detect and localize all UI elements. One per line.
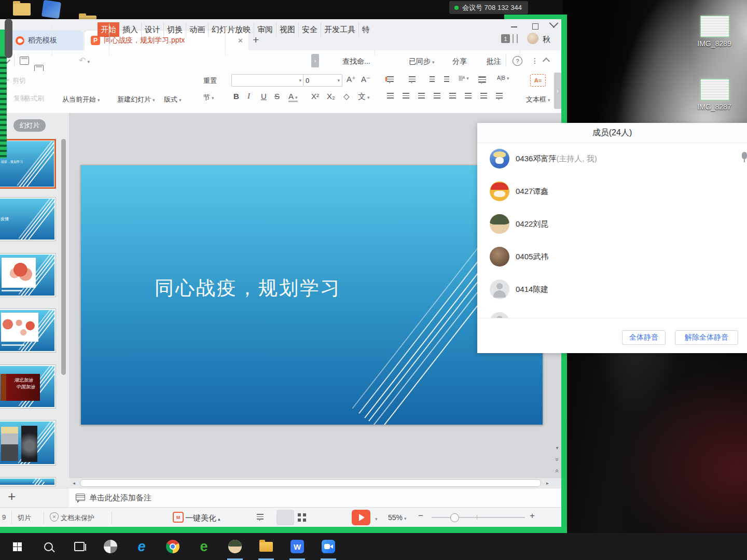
numbered-list-button[interactable]	[409, 76, 416, 82]
unmute-all-button[interactable]: 解除全体静音	[675, 330, 738, 345]
undo-button[interactable]: ↶	[79, 55, 90, 65]
minimize-button[interactable]	[511, 26, 517, 27]
bullet-list-button[interactable]	[387, 76, 394, 82]
taskbar-qq[interactable]	[227, 539, 243, 554]
slide-thumbnail-5[interactable]: 湖北加油 中国加油	[0, 365, 56, 409]
underline-button[interactable]: U	[261, 92, 267, 101]
member-row[interactable]: 0414陈建	[477, 279, 747, 299]
font-family-select[interactable]: ▾	[231, 74, 304, 87]
maximize-button[interactable]	[532, 23, 538, 30]
new-slide-button[interactable]: 新建幻灯片	[117, 95, 155, 104]
play-options-caret[interactable]	[374, 513, 378, 523]
layout-button[interactable]: 版式	[164, 95, 182, 104]
align-text-button[interactable]	[478, 76, 486, 83]
cut-button[interactable]: 剪切	[12, 76, 26, 86]
slide-thumbnail-1[interactable]: 战疫，规划学习	[0, 139, 56, 189]
desktop-file-img8289[interactable]: IMG_8289	[700, 16, 738, 48]
clear-format-button[interactable]: ◇	[343, 92, 350, 101]
textbox-button[interactable]: 文本框	[526, 95, 550, 104]
scroll-right-icon[interactable]: ▸	[546, 480, 549, 486]
document-count-badge[interactable]: 1	[501, 34, 510, 43]
menu-tab-view[interactable]: 视图	[276, 22, 299, 37]
italic-button[interactable]: I	[247, 92, 250, 101]
columns-button[interactable]: A|B	[497, 75, 509, 81]
meeting-id-badge[interactable]: 会议号 708 132 344	[449, 1, 528, 14]
taskbar-browser-green[interactable]: e	[196, 539, 212, 554]
theme-name-label[interactable]: 切片	[18, 513, 31, 523]
menu-tab-review[interactable]: 审阅	[254, 22, 276, 37]
taskbar-file-explorer[interactable]	[258, 539, 274, 554]
sync-status-label[interactable]: 已同步	[409, 57, 435, 66]
search-command-label[interactable]: 查找命...	[342, 57, 370, 66]
desktop-app-icon[interactable]	[42, 0, 61, 19]
align-right-button[interactable]	[418, 93, 425, 99]
zoom-out-button[interactable]: −	[418, 511, 423, 521]
align-center-button[interactable]	[403, 93, 409, 99]
slide-thumbnail-3[interactable]	[0, 253, 56, 297]
slide-editor[interactable]: 同心战疫，规划学习	[80, 165, 543, 425]
zoom-slider-track[interactable]	[432, 517, 525, 518]
notes-toggle-button[interactable]	[257, 514, 264, 520]
slide-thumbnail-2[interactable]: 疫情	[0, 197, 56, 241]
notes-bar[interactable]: 单击此处添加备注	[69, 488, 563, 508]
help-icon[interactable]: ?	[513, 56, 522, 66]
save-button[interactable]	[20, 57, 29, 65]
font-color-button[interactable]: A	[288, 92, 298, 102]
taskbar-search-button[interactable]	[40, 539, 56, 554]
menu-tab-insert[interactable]: 插入	[119, 22, 142, 37]
menu-tab-home[interactable]: 开始	[98, 22, 119, 37]
column-spacing-button[interactable]	[480, 93, 487, 99]
scroll-left-icon[interactable]: ◂	[73, 480, 75, 486]
mute-all-button[interactable]: 全体静音	[622, 330, 666, 345]
row-spacing-button[interactable]	[465, 93, 472, 99]
tab-close-icon[interactable]: ✕	[238, 37, 243, 45]
thumbnail-scrollbar[interactable]	[61, 139, 66, 375]
text-direction-button[interactable]: |||ᴬ	[459, 75, 469, 81]
increase-indent-button[interactable]	[444, 76, 449, 82]
menu-tab-slideshow[interactable]: 幻灯片放映	[209, 22, 254, 37]
align-left-button[interactable]	[387, 93, 394, 99]
account-name[interactable]: 秋	[543, 35, 550, 45]
horizontal-scroll-thumb[interactable]	[80, 479, 541, 487]
task-view-button[interactable]	[72, 539, 87, 554]
zoom-slider-knob[interactable]	[450, 513, 459, 522]
member-row[interactable]: 0427谭鑫	[477, 181, 747, 201]
add-slide-button[interactable]: +	[8, 489, 16, 503]
justify-button[interactable]	[434, 93, 440, 99]
format-painter-button[interactable]: 格式刷	[24, 94, 44, 103]
slide-title-text[interactable]: 同心战疫，规划学习	[155, 275, 341, 301]
menu-tab-design[interactable]: 设计	[142, 22, 164, 37]
slide-thumbnail-6[interactable]	[0, 420, 56, 466]
play-from-current-button[interactable]: 从当前开始	[62, 95, 100, 104]
member-row[interactable]: 0436邓富萍(主持人, 我)	[477, 149, 747, 169]
strikethrough-button[interactable]: S	[274, 92, 280, 101]
taskbar-wps[interactable]: W	[289, 539, 305, 554]
menu-overflow-button[interactable]: ›	[311, 54, 319, 67]
taskbar-chrome[interactable]	[165, 539, 181, 554]
account-avatar[interactable]	[527, 33, 538, 44]
slide-thumbnail-4[interactable]	[0, 309, 56, 353]
menu-tab-animation[interactable]: 动画	[186, 22, 209, 37]
decrease-font-button[interactable]: A⁻	[361, 75, 370, 84]
menu-tab-transition[interactable]: 切换	[164, 22, 186, 37]
bold-button[interactable]: B	[233, 92, 239, 101]
menu-tab-security[interactable]: 安全	[299, 22, 321, 37]
textbox-icon[interactable]: A≡	[530, 74, 546, 87]
menu-tab-devtools[interactable]: 开发工具	[321, 22, 359, 37]
taskbar-meeting[interactable]	[321, 539, 336, 554]
zoom-in-button[interactable]: +	[530, 511, 535, 521]
member-row[interactable]: 0405武祎	[477, 247, 747, 267]
horizontal-scrollbar[interactable]: ◂ ▸	[69, 478, 563, 488]
font-size-select[interactable]: 0▾	[303, 74, 342, 87]
section-button[interactable]: 节	[203, 93, 214, 102]
zoom-level-label[interactable]: 55%	[388, 513, 407, 522]
member-row[interactable]: 0422刘昆	[477, 214, 747, 234]
desktop-folder-icon[interactable]	[13, 3, 31, 16]
slides-tab[interactable]: 幻灯片	[13, 119, 46, 132]
line-spacing-button[interactable]	[496, 93, 503, 99]
left-edge-handle[interactable]	[5, 19, 12, 58]
beautify-button[interactable]: 一键美化	[185, 513, 220, 523]
member-mic-icon[interactable]	[741, 152, 747, 165]
menu-tab-special[interactable]: 特	[359, 22, 373, 37]
taskbar-app-pinwheel[interactable]	[103, 539, 118, 554]
